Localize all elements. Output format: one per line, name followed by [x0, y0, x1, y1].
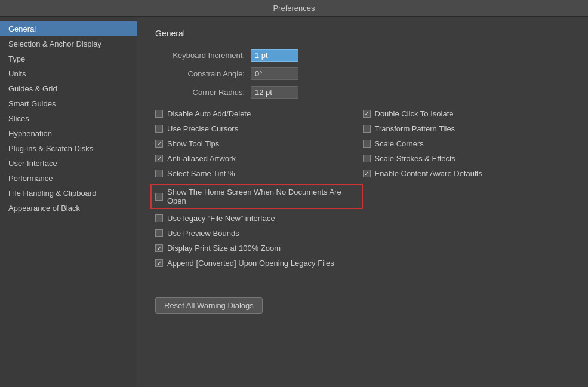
corner-radius-row: Corner Radius:	[155, 86, 570, 99]
checkbox-row-scale-corners: Scale Corners	[363, 139, 571, 148]
checkbox-label-legacy-new: Use legacy “File New” interface	[167, 214, 275, 223]
sidebar-item-file-handling[interactable]: File Handling & Clipboard	[0, 186, 137, 201]
checkbox-label-transform-pattern: Transform Pattern Tiles	[375, 124, 455, 133]
checkbox-label-append-converted: Append [Converted] Upon Opening Legacy F…	[167, 259, 334, 268]
checkbox-row-precise-cursors: Use Precise Cursors	[155, 124, 363, 133]
checkbox-tool-tips[interactable]	[155, 140, 163, 148]
checkboxes-area: Disable Auto Add/DeleteUse Precise Curso…	[155, 109, 570, 274]
checkbox-label-scale-corners: Scale Corners	[375, 139, 424, 148]
constrain-angle-label: Constrain Angle:	[155, 69, 245, 78]
checkbox-legacy-new[interactable]	[155, 214, 163, 222]
checkbox-label-disable-auto: Disable Auto Add/Delete	[167, 109, 251, 118]
checkbox-row-content-aware: Enable Content Aware Defaults	[363, 169, 571, 178]
checkbox-label-double-click-isolate: Double Click To Isolate	[375, 109, 454, 118]
sidebar-item-hyphenation[interactable]: Hyphenation	[0, 126, 137, 141]
sidebar-item-type[interactable]: Type	[0, 51, 137, 66]
content-area: General Keyboard Increment: Constrain An…	[137, 17, 588, 387]
checkbox-append-converted[interactable]	[155, 259, 163, 267]
right-checkbox-col: Double Click To IsolateTransform Pattern…	[363, 109, 571, 274]
checkbox-row-append-converted: Append [Converted] Upon Opening Legacy F…	[155, 259, 363, 268]
sidebar-item-plugins[interactable]: Plug-ins & Scratch Disks	[0, 141, 137, 156]
checkbox-row-select-tint: Select Same Tint %	[155, 169, 363, 178]
keyboard-increment-label: Keyboard Increment:	[155, 51, 245, 60]
sidebar: GeneralSelection & Anchor DisplayTypeUni…	[0, 17, 137, 387]
sidebar-item-smart-guides[interactable]: Smart Guides	[0, 96, 137, 111]
constrain-angle-row: Constrain Angle:	[155, 67, 570, 80]
sidebar-item-units[interactable]: Units	[0, 66, 137, 81]
left-checkbox-col: Disable Auto Add/DeleteUse Precise Curso…	[155, 109, 363, 274]
corner-radius-label: Corner Radius:	[155, 88, 245, 97]
checkbox-label-content-aware: Enable Content Aware Defaults	[375, 169, 482, 178]
title-label: Preferences	[273, 4, 315, 13]
sidebar-item-selection-anchor[interactable]: Selection & Anchor Display	[0, 36, 137, 51]
checkbox-select-tint[interactable]	[155, 170, 163, 177]
checkbox-label-select-tint: Select Same Tint %	[167, 169, 235, 178]
reset-button-row: Reset All Warning Dialogs	[155, 285, 570, 314]
checkbox-row-disable-auto: Disable Auto Add/Delete	[155, 109, 363, 118]
checkbox-print-size[interactable]	[155, 244, 163, 252]
checkbox-anti-aliased[interactable]	[155, 155, 163, 162]
checkbox-label-precise-cursors: Use Precise Cursors	[167, 124, 238, 133]
checkbox-preview-bounds[interactable]	[155, 229, 163, 237]
checkbox-label-print-size: Display Print Size at 100% Zoom	[167, 244, 281, 253]
keyboard-increment-row: Keyboard Increment:	[155, 49, 570, 62]
checkbox-label-anti-aliased: Anti-aliased Artwork	[167, 154, 236, 163]
checkbox-double-click-isolate[interactable]	[363, 110, 371, 118]
sidebar-item-performance[interactable]: Performance	[0, 171, 137, 186]
checkbox-label-home-screen: Show The Home Screen When No Documents A…	[167, 188, 358, 205]
sidebar-item-user-interface[interactable]: User Interface	[0, 156, 137, 171]
checkbox-content-aware[interactable]	[363, 170, 371, 177]
checkbox-label-scale-strokes: Scale Strokes & Effects	[375, 154, 456, 163]
sidebar-item-appearance-black[interactable]: Appearance of Black	[0, 201, 137, 216]
checkbox-row-double-click-isolate: Double Click To Isolate	[363, 109, 571, 118]
constrain-angle-input[interactable]	[251, 67, 298, 80]
checkbox-row-home-screen: Show The Home Screen When No Documents A…	[150, 184, 363, 209]
checkbox-row-scale-strokes: Scale Strokes & Effects	[363, 154, 571, 163]
checkbox-row-tool-tips: Show Tool Tips	[155, 139, 363, 148]
checkbox-row-transform-pattern: Transform Pattern Tiles	[363, 124, 571, 133]
checkbox-row-legacy-new: Use legacy “File New” interface	[155, 214, 363, 223]
corner-radius-input[interactable]	[251, 86, 298, 99]
sidebar-item-guides-grid[interactable]: Guides & Grid	[0, 81, 137, 96]
checkbox-scale-corners[interactable]	[363, 140, 371, 148]
checkbox-scale-strokes[interactable]	[363, 155, 371, 162]
reset-button[interactable]: Reset All Warning Dialogs	[155, 297, 263, 314]
checkbox-row-anti-aliased: Anti-aliased Artwork	[155, 154, 363, 163]
keyboard-increment-input[interactable]	[251, 49, 298, 62]
checkbox-transform-pattern[interactable]	[363, 125, 371, 133]
checkbox-label-preview-bounds: Use Preview Bounds	[167, 229, 239, 238]
checkbox-row-print-size: Display Print Size at 100% Zoom	[155, 244, 363, 253]
checkbox-precise-cursors[interactable]	[155, 125, 163, 133]
main-layout: GeneralSelection & Anchor DisplayTypeUni…	[0, 17, 588, 387]
sidebar-item-general[interactable]: General	[0, 22, 137, 36]
checkbox-label-tool-tips: Show Tool Tips	[167, 139, 219, 148]
checkbox-disable-auto[interactable]	[155, 110, 163, 118]
title-bar: Preferences	[0, 0, 588, 17]
sidebar-item-slices[interactable]: Slices	[0, 111, 137, 126]
section-title: General	[155, 29, 570, 38]
checkbox-home-screen[interactable]	[155, 193, 163, 201]
checkbox-row-preview-bounds: Use Preview Bounds	[155, 229, 363, 238]
